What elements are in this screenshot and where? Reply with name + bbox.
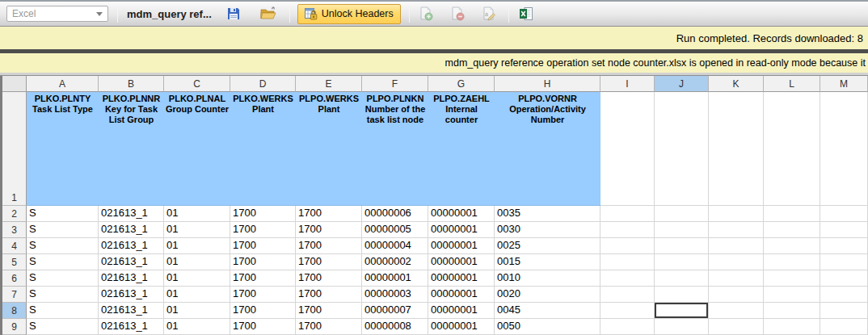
column-header-L[interactable]: L — [764, 76, 820, 92]
data-cell-F4[interactable]: 00000004 — [362, 238, 428, 254]
empty-cell-I4[interactable] — [600, 238, 655, 254]
open-button[interactable] — [257, 4, 280, 23]
data-cell-H3[interactable]: 0030 — [495, 222, 600, 238]
data-cell-F9[interactable]: 00000008 — [362, 319, 428, 335]
empty-cell-K4[interactable] — [709, 238, 764, 254]
empty-cell-L9[interactable] — [764, 319, 820, 335]
column-header-A[interactable]: A — [27, 76, 99, 92]
data-cell-B2[interactable]: 021613_1 — [99, 206, 164, 222]
empty-cell-K2[interactable] — [709, 206, 764, 222]
empty-cell-J2[interactable] — [655, 206, 709, 222]
empty-cell-M6[interactable] — [820, 270, 868, 287]
data-cell-H6[interactable]: 0010 — [495, 270, 600, 287]
empty-cell-K5[interactable] — [709, 254, 764, 270]
column-header-I[interactable]: I — [600, 76, 655, 92]
empty-cell-M5[interactable] — [820, 254, 868, 270]
save-button[interactable] — [223, 4, 244, 23]
row-header-2[interactable]: 2 — [2, 206, 27, 222]
empty-cell-M9[interactable] — [820, 319, 868, 335]
empty-cell-I5[interactable] — [600, 254, 655, 270]
data-cell-E4[interactable]: 1700 — [296, 238, 362, 254]
column-header-C[interactable]: C — [164, 76, 230, 92]
field-header-cell-D[interactable]: PLKO.WERKS Plant — [230, 92, 296, 206]
data-cell-G2[interactable]: 00000001 — [428, 206, 495, 222]
empty-cell-L5[interactable] — [764, 254, 820, 270]
empty-cell-I2[interactable] — [600, 206, 655, 222]
row-header-5[interactable]: 5 — [2, 254, 27, 270]
row-header-7[interactable]: 7 — [2, 287, 27, 303]
empty-cell-L1[interactable] — [764, 92, 820, 206]
empty-cell-K9[interactable] — [709, 319, 764, 335]
empty-cell-J9[interactable] — [655, 319, 709, 335]
field-header-cell-B[interactable]: PLKO.PLNNR Key for Task List Group — [99, 92, 164, 206]
data-cell-C9[interactable]: 01 — [164, 319, 230, 335]
data-cell-A2[interactable]: S — [27, 206, 99, 222]
data-cell-C8[interactable]: 01 — [164, 303, 230, 319]
data-cell-H8[interactable]: 0045 — [495, 303, 600, 319]
column-header-F[interactable]: F — [362, 76, 428, 92]
data-cell-F5[interactable]: 00000002 — [362, 254, 428, 270]
empty-cell-J4[interactable] — [655, 238, 709, 254]
empty-cell-K3[interactable] — [709, 222, 764, 238]
data-cell-C3[interactable]: 01 — [164, 222, 230, 238]
data-cell-H4[interactable]: 0025 — [495, 238, 600, 254]
data-cell-F2[interactable]: 00000006 — [362, 206, 428, 222]
data-cell-B3[interactable]: 021613_1 — [99, 222, 164, 238]
data-cell-B9[interactable]: 021613_1 — [99, 319, 164, 335]
data-cell-A3[interactable]: S — [27, 222, 99, 238]
delete-record-button[interactable] — [447, 4, 468, 23]
column-header-E[interactable]: E — [296, 76, 362, 92]
data-cell-E3[interactable]: 1700 — [296, 222, 362, 238]
data-cell-B5[interactable]: 021613_1 — [99, 254, 164, 270]
row-header-1[interactable]: 1 — [2, 92, 27, 206]
select-all-corner[interactable] — [2, 76, 27, 92]
empty-cell-L8[interactable] — [764, 303, 820, 319]
field-header-cell-A[interactable]: PLKO.PLNTY Task List Type — [27, 92, 99, 206]
empty-cell-J5[interactable] — [655, 254, 709, 270]
data-cell-D9[interactable]: 1700 — [230, 319, 296, 335]
data-cell-A4[interactable]: S — [27, 238, 99, 254]
row-header-4[interactable]: 4 — [2, 238, 27, 254]
data-cell-A5[interactable]: S — [27, 254, 99, 270]
data-cell-D2[interactable]: 1700 — [230, 206, 296, 222]
empty-cell-K7[interactable] — [709, 287, 764, 303]
data-cell-C7[interactable]: 01 — [164, 287, 230, 303]
empty-cell-M2[interactable] — [820, 206, 868, 222]
empty-cell-M3[interactable] — [820, 222, 868, 238]
data-cell-H9[interactable]: 0050 — [495, 319, 600, 335]
empty-cell-I7[interactable] — [600, 287, 655, 303]
data-cell-A9[interactable]: S — [27, 319, 99, 335]
data-cell-C6[interactable]: 01 — [164, 270, 230, 287]
data-cell-E8[interactable]: 1700 — [296, 303, 362, 319]
empty-cell-L4[interactable] — [764, 238, 820, 254]
data-cell-G8[interactable]: 00000001 — [428, 303, 495, 319]
data-cell-G5[interactable]: 00000001 — [428, 254, 495, 270]
data-cell-B4[interactable]: 021613_1 — [99, 238, 164, 254]
data-cell-A7[interactable]: S — [27, 287, 99, 303]
unlock-headers-button[interactable]: Unlock Headers — [297, 4, 401, 24]
data-cell-E6[interactable]: 1700 — [296, 270, 362, 287]
data-cell-E5[interactable]: 1700 — [296, 254, 362, 270]
empty-cell-J1[interactable] — [655, 92, 709, 206]
column-header-J[interactable]: J — [655, 76, 709, 92]
empty-cell-J6[interactable] — [655, 270, 709, 287]
row-header-8[interactable]: 8 — [2, 303, 27, 319]
data-cell-E2[interactable]: 1700 — [296, 206, 362, 222]
field-header-cell-F[interactable]: PLPO.PLNKN Number of the task list node — [362, 92, 428, 206]
field-header-cell-G[interactable]: PLPO.ZAEHL Internal counter — [428, 92, 495, 206]
empty-cell-K6[interactable] — [709, 270, 764, 287]
empty-cell-M8[interactable] — [820, 303, 868, 319]
empty-cell-J3[interactable] — [655, 222, 709, 238]
empty-cell-I6[interactable] — [600, 270, 655, 287]
column-header-H[interactable]: H — [495, 76, 600, 92]
data-cell-F3[interactable]: 00000005 — [362, 222, 428, 238]
empty-cell-L3[interactable] — [764, 222, 820, 238]
data-cell-H7[interactable]: 0020 — [495, 287, 600, 303]
data-cell-B7[interactable]: 021613_1 — [99, 287, 164, 303]
data-cell-G3[interactable]: 00000001 — [428, 222, 495, 238]
row-header-6[interactable]: 6 — [2, 270, 27, 287]
data-cell-A8[interactable]: S — [27, 303, 99, 319]
edit-record-button[interactable]: a — [478, 4, 499, 23]
data-cell-B6[interactable]: 021613_1 — [99, 270, 164, 287]
column-header-K[interactable]: K — [709, 76, 764, 92]
